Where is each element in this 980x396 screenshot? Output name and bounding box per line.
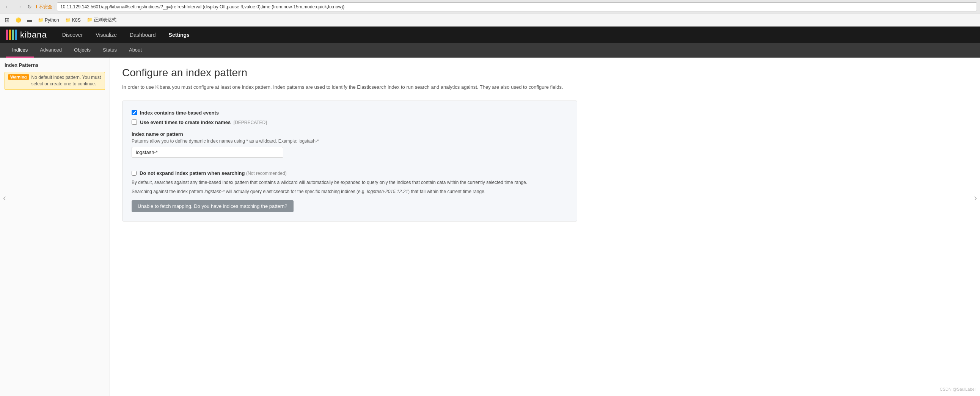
nav-settings[interactable]: Settings xyxy=(163,27,196,43)
form-card: Index contains time-based events Use eve… xyxy=(122,100,577,221)
address-bar[interactable] xyxy=(57,2,977,11)
index-pattern-input[interactable] xyxy=(132,147,283,158)
do-not-expand-label[interactable]: Do not expand index pattern when searchi… xyxy=(140,170,287,176)
content-area: Configure an index pattern In order to u… xyxy=(110,58,980,396)
event-times-label[interactable]: Use event times to create index names [D… xyxy=(140,119,267,125)
subnav-about[interactable]: About xyxy=(123,43,148,58)
fetch-mapping-button[interactable]: Unable to fetch mapping. Do you have ind… xyxy=(132,200,294,212)
logo-bar-orange xyxy=(9,30,11,40)
time-based-row: Index contains time-based events xyxy=(132,110,568,116)
logo-bars xyxy=(6,30,17,40)
sidebar-title: Index Patterns xyxy=(5,62,105,68)
subnav-objects[interactable]: Objects xyxy=(68,43,97,58)
event-times-checkbox[interactable] xyxy=(132,119,137,125)
index-example: logstash-2015.12.21 xyxy=(367,189,408,194)
settings-subnav: Indices Advanced Objects Status About xyxy=(0,43,980,58)
event-times-row: Use event times to create index names [D… xyxy=(132,119,568,125)
main-layout: Index Patterns Warning No default index … xyxy=(0,58,980,396)
section-title: Index name or pattern xyxy=(132,131,568,137)
forward-button[interactable]: → xyxy=(14,3,24,11)
warning-text: No default index pattern. You must selec… xyxy=(32,74,102,87)
nav-visualize[interactable]: Visualize xyxy=(89,27,123,43)
do-not-expand-row: Do not expand index pattern when searchi… xyxy=(132,170,568,176)
bookmarks-bar: ⊞ 🟡 ▬ 📁 Python 📁 K8S 📁 正则表达式 xyxy=(0,14,980,26)
time-based-label[interactable]: Index contains time-based events xyxy=(140,110,219,116)
logo-text: kibana xyxy=(20,30,47,40)
kibana-nav: Discover Visualize Dashboard Settings xyxy=(56,27,196,43)
sidebar: Index Patterns Warning No default index … xyxy=(0,58,110,396)
subnav-advanced[interactable]: Advanced xyxy=(34,43,68,58)
security-badge: ℹ 不安全 | xyxy=(36,4,55,10)
bookmark-k8s[interactable]: 📁 K8S xyxy=(64,17,82,24)
bookmark-bar-item[interactable]: ▬ xyxy=(26,17,33,24)
nav-discover[interactable]: Discover xyxy=(56,27,89,43)
scroll-left-button[interactable]: ‹ xyxy=(3,193,6,203)
subnav-indices[interactable]: Indices xyxy=(6,43,34,58)
logo-bar-blue xyxy=(15,30,17,40)
browser-toolbar: ← → ↻ ℹ 不安全 | xyxy=(0,0,980,14)
expand-desc-1: By default, searches against any time-ba… xyxy=(132,179,568,186)
bookmark-regex[interactable]: 📁 正则表达式 xyxy=(85,16,118,24)
warning-badge: Warning xyxy=(8,74,29,80)
expand-desc-2: Searching against the index pattern logs… xyxy=(132,188,568,195)
back-button[interactable]: ← xyxy=(3,3,12,11)
pattern-example: logstash-* xyxy=(204,189,224,194)
scroll-right-button[interactable]: › xyxy=(974,193,977,203)
info-icon: ℹ xyxy=(36,4,38,10)
page-description: In order to use Kibana you must configur… xyxy=(122,83,577,91)
refresh-button[interactable]: ↻ xyxy=(26,3,33,11)
page-title: Configure an index pattern xyxy=(122,67,968,79)
bookmark-python[interactable]: 📁 Python xyxy=(37,17,61,24)
watermark: CSDN @SaulLabel xyxy=(940,387,975,391)
deprecated-label: [DEPRECATED] xyxy=(234,120,267,125)
not-recommended-label: (Not recommended) xyxy=(246,171,287,176)
subnav-status[interactable]: Status xyxy=(97,43,123,58)
bookmark-star[interactable]: 🟡 xyxy=(14,17,23,24)
do-not-expand-checkbox[interactable] xyxy=(132,171,137,176)
kibana-header: kibana Discover Visualize Dashboard Sett… xyxy=(0,27,980,43)
section-desc: Patterns allow you to define dynamic ind… xyxy=(132,138,568,144)
logo-bar-green xyxy=(12,30,14,40)
separator: | xyxy=(54,4,55,10)
kibana-logo: kibana xyxy=(6,30,47,40)
browser-chrome: ← → ↻ ℹ 不安全 | ⊞ 🟡 ▬ 📁 Python 📁 K8S 📁 正则表… xyxy=(0,0,980,27)
time-based-checkbox[interactable] xyxy=(132,110,137,115)
apps-bookmark[interactable]: ⊞ xyxy=(3,16,11,24)
logo-bar-pink xyxy=(6,30,8,40)
security-label: 不安全 xyxy=(39,4,52,10)
form-divider xyxy=(132,164,568,164)
nav-dashboard[interactable]: Dashboard xyxy=(124,27,162,43)
warning-box: Warning No default index pattern. You mu… xyxy=(5,72,105,90)
